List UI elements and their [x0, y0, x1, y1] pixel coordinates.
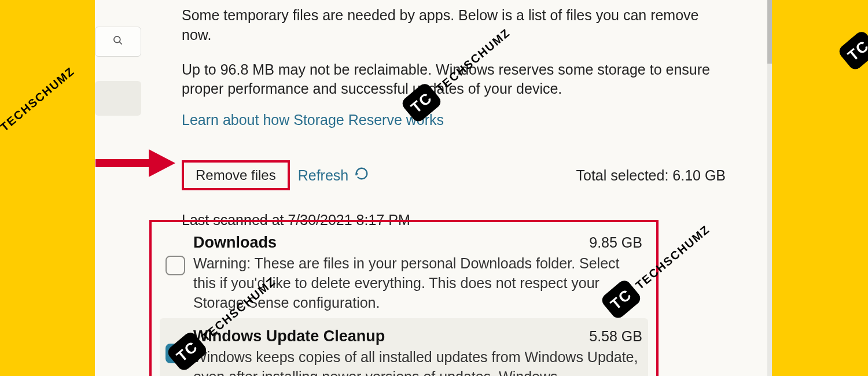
- checkbox-downloads[interactable]: [165, 256, 185, 275]
- svg-line-1: [120, 42, 122, 45]
- checkbox-windows-update-cleanup[interactable]: [165, 344, 185, 363]
- file-description: Warning: These are files in your persona…: [193, 254, 642, 312]
- file-categories-list: Downloads 9.85 GB Warning: These are fil…: [149, 220, 659, 376]
- refresh-icon: [354, 166, 369, 185]
- refresh-button[interactable]: Refresh: [298, 166, 370, 185]
- intro-text-1: Some temporary files are needed by apps.…: [182, 6, 726, 45]
- total-selected: Total selected: 6.10 GB: [576, 167, 726, 184]
- scrollbar-thumb[interactable]: [767, 0, 772, 64]
- file-title: Downloads: [193, 234, 277, 252]
- watermark: TECHSCHUMZ: [0, 64, 78, 134]
- refresh-label: Refresh: [298, 167, 349, 184]
- file-size: 5.58 GB: [589, 328, 642, 345]
- file-description: Windows keeps copies of all installed up…: [193, 348, 642, 376]
- vertical-scrollbar[interactable]: [767, 0, 772, 376]
- action-row: Remove files Refresh Total selected: 6.1…: [182, 156, 726, 194]
- intro-text-2: Up to 96.8 MB may not be reclaimable. Wi…: [182, 60, 726, 99]
- learn-more-link[interactable]: Learn about how Storage Reserve works: [182, 112, 444, 128]
- file-title: Windows Update Cleanup: [193, 327, 385, 345]
- file-size: 9.85 GB: [589, 234, 642, 251]
- file-category-downloads[interactable]: Downloads 9.85 GB Warning: These are fil…: [162, 228, 646, 318]
- watermark: TCTECHSCHUMZ: [837, 0, 868, 72]
- settings-window: Some temporary files are needed by apps.…: [95, 0, 772, 376]
- search-icon: [112, 35, 124, 49]
- file-category-windows-update-cleanup[interactable]: Windows Update Cleanup 5.58 GB Windows k…: [160, 318, 648, 376]
- sidebar-item-selected[interactable]: [95, 81, 141, 116]
- svg-point-0: [114, 36, 120, 43]
- remove-files-button[interactable]: Remove files: [182, 160, 290, 190]
- search-input[interactable]: [95, 27, 141, 57]
- temporary-files-content: Some temporary files are needed by apps.…: [182, 6, 726, 228]
